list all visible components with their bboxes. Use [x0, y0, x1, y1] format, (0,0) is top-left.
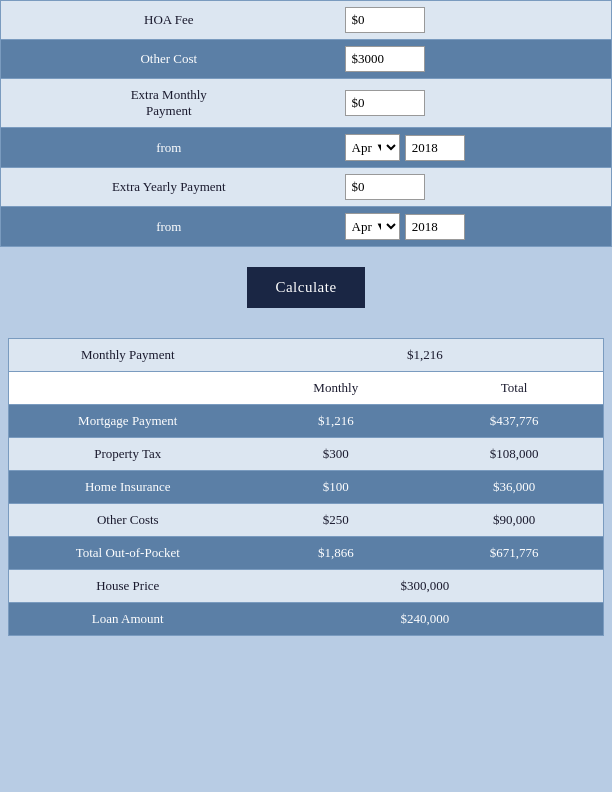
extra-monthly-year-input[interactable] — [405, 135, 465, 161]
hoa-fee-input-cell — [337, 1, 612, 40]
extra-yearly-input-cell — [337, 168, 612, 207]
hoa-fee-input[interactable] — [345, 7, 425, 33]
extra-monthly-row: Extra Monthly Payment — [1, 79, 612, 128]
monthly-payment-value: $1,216 — [247, 339, 604, 372]
row-label: House Price — [9, 570, 247, 603]
row-total: $671,776 — [425, 537, 604, 570]
extra-monthly-input-cell — [337, 79, 612, 128]
table-row: Other Costs $250 $90,000 — [9, 504, 604, 537]
extra-yearly-month-select[interactable]: Apr ▼ — [345, 213, 400, 240]
row-label: Loan Amount — [9, 603, 247, 636]
results-col3-header: Total — [425, 372, 604, 405]
other-cost-input[interactable] — [345, 46, 425, 72]
row-monthly: $1,866 — [247, 537, 426, 570]
row-value: $300,000 — [247, 570, 604, 603]
row-label: Home Insurance — [9, 471, 247, 504]
row-monthly: $100 — [247, 471, 426, 504]
table-row: Total Out-of-Pocket $1,866 $671,776 — [9, 537, 604, 570]
row-value: $240,000 — [247, 603, 604, 636]
table-row: Mortgage Payment $1,216 $437,776 — [9, 405, 604, 438]
extra-monthly-label: Extra Monthly Payment — [1, 79, 337, 128]
row-label: Other Costs — [9, 504, 247, 537]
row-label: Total Out-of-Pocket — [9, 537, 247, 570]
extra-yearly-from-label: from — [1, 207, 337, 247]
other-cost-label: Other Cost — [1, 40, 337, 79]
row-monthly: $250 — [247, 504, 426, 537]
extra-monthly-input[interactable] — [345, 90, 425, 116]
other-cost-input-cell — [337, 40, 612, 79]
row-monthly: $300 — [247, 438, 426, 471]
table-row: Property Tax $300 $108,000 — [9, 438, 604, 471]
extra-monthly-from-label: from — [1, 128, 337, 168]
row-total: $437,776 — [425, 405, 604, 438]
extra-monthly-from-row: from Apr ▼ — [1, 128, 612, 168]
extra-monthly-from-input-cell: Apr ▼ — [337, 128, 612, 168]
form-table: HOA Fee Other Cost Extra Monthly Payment… — [0, 0, 612, 247]
extra-yearly-from-input-cell: Apr ▼ — [337, 207, 612, 247]
main-container: HOA Fee Other Cost Extra Monthly Payment… — [0, 0, 612, 656]
extra-yearly-year-input[interactable] — [405, 214, 465, 240]
hoa-fee-label: HOA Fee — [1, 1, 337, 40]
results-area: Monthly Payment $1,216 Monthly Total Mor… — [0, 338, 612, 656]
results-col1-header — [9, 372, 247, 405]
row-total: $90,000 — [425, 504, 604, 537]
extra-yearly-label: Extra Yearly Payment — [1, 168, 337, 207]
extra-yearly-from-row: from Apr ▼ — [1, 207, 612, 247]
extra-monthly-month-select[interactable]: Apr ▼ — [345, 134, 400, 161]
table-row: Home Insurance $100 $36,000 — [9, 471, 604, 504]
results-col2-header: Monthly — [247, 372, 426, 405]
other-cost-row: Other Cost — [1, 40, 612, 79]
row-label: Property Tax — [9, 438, 247, 471]
hoa-fee-row: HOA Fee — [1, 1, 612, 40]
results-header-row: Monthly Total — [9, 372, 604, 405]
extra-yearly-input[interactable] — [345, 174, 425, 200]
monthly-payment-label: Monthly Payment — [9, 339, 247, 372]
row-label: Mortgage Payment — [9, 405, 247, 438]
results-table: Monthly Payment $1,216 Monthly Total Mor… — [8, 338, 604, 636]
extra-yearly-row: Extra Yearly Payment — [1, 168, 612, 207]
row-monthly: $1,216 — [247, 405, 426, 438]
calculate-button[interactable]: Calculate — [247, 267, 364, 308]
table-row: Loan Amount $240,000 — [9, 603, 604, 636]
row-total: $108,000 — [425, 438, 604, 471]
table-row: House Price $300,000 — [9, 570, 604, 603]
button-area: Calculate — [0, 247, 612, 328]
monthly-payment-summary-row: Monthly Payment $1,216 — [9, 339, 604, 372]
row-total: $36,000 — [425, 471, 604, 504]
